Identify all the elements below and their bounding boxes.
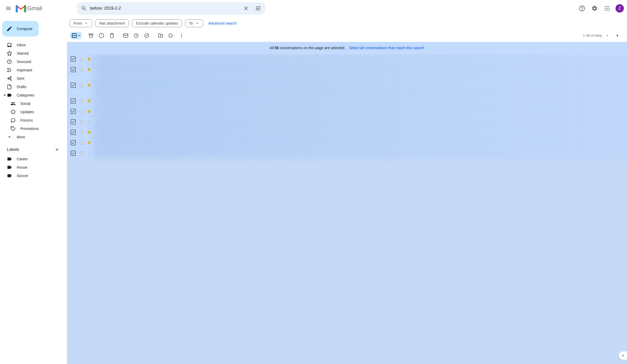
labels-button[interactable] (166, 30, 176, 41)
sidebar-item-inbox[interactable]: Inbox (0, 41, 63, 49)
row-content-blurred (94, 75, 627, 95)
account-avatar[interactable]: Z (615, 4, 624, 13)
tune-icon (255, 5, 261, 12)
apps-button[interactable] (601, 2, 613, 15)
row-star[interactable] (79, 140, 84, 145)
row-star[interactable] (79, 83, 84, 88)
chip-from[interactable]: From (70, 19, 92, 27)
label-icon (7, 93, 12, 98)
row-important[interactable] (87, 120, 92, 124)
svg-point-6 (608, 6, 609, 7)
select-all-control[interactable] (70, 32, 82, 39)
mail-row[interactable] (67, 148, 627, 158)
row-checkbox[interactable] (71, 98, 76, 104)
sidebar-item-starred[interactable]: Starred (0, 49, 63, 58)
svg-point-12 (608, 10, 609, 11)
row-important[interactable] (87, 57, 92, 61)
svg-point-21 (181, 35, 182, 36)
row-checkbox[interactable] (71, 119, 76, 124)
spam-button[interactable] (96, 30, 107, 41)
search-options-button[interactable] (252, 2, 264, 14)
app-header: Gmail Z (0, 0, 627, 17)
add-label-button[interactable] (53, 146, 61, 153)
add-task-button[interactable] (141, 30, 152, 41)
row-checkbox[interactable] (71, 109, 76, 114)
search-input[interactable] (90, 6, 240, 11)
sidebar-item-label: Sent (17, 76, 24, 81)
row-content-blurred (94, 127, 627, 137)
mail-row[interactable] (67, 75, 627, 96)
label-soccer[interactable]: Soccer (0, 172, 63, 180)
svg-point-8 (607, 8, 608, 9)
sidebar-item-important[interactable]: Important (0, 66, 63, 74)
row-checkbox[interactable] (71, 67, 76, 72)
row-star[interactable] (79, 119, 84, 124)
gmail-logo-icon (16, 4, 26, 12)
settings-button[interactable] (588, 2, 601, 15)
row-star[interactable] (79, 56, 84, 62)
sidebar-item-drafts[interactable]: Drafts (0, 83, 63, 91)
mail-row[interactable] (67, 64, 627, 75)
row-important[interactable] (87, 83, 92, 88)
row-important[interactable] (87, 140, 92, 145)
sidebar-item-social[interactable]: Social (0, 99, 63, 108)
more-button[interactable] (176, 30, 187, 41)
select-all-search-link[interactable]: Select all conversations that match this… (349, 46, 424, 50)
sidebar-item-updates[interactable]: Updates (0, 108, 63, 116)
move-to-button[interactable] (155, 30, 166, 41)
snooze-button[interactable] (131, 30, 141, 41)
mail-row[interactable] (67, 138, 627, 148)
label-career[interactable]: Career (0, 155, 63, 163)
page-next-button[interactable] (612, 30, 623, 41)
chevron-down-icon (77, 33, 81, 38)
row-star[interactable] (79, 151, 84, 156)
mail-row[interactable] (67, 96, 627, 106)
row-star[interactable] (79, 98, 84, 104)
row-checkbox[interactable] (71, 130, 76, 135)
row-checkbox[interactable] (71, 56, 76, 62)
chevron-down-icon (84, 21, 88, 25)
search-clear-button[interactable] (240, 2, 252, 14)
advanced-search-link[interactable]: Advanced search (208, 21, 237, 25)
sidebar-item-snoozed[interactable]: Snoozed (0, 58, 63, 66)
delete-button[interactable] (107, 30, 117, 41)
support-button[interactable] (576, 2, 588, 15)
mail-row[interactable] (67, 127, 627, 138)
chip-exclude-calendar[interactable]: Exclude calendar updates (132, 19, 182, 27)
main-menu-button[interactable] (2, 2, 15, 15)
archive-button[interactable] (86, 30, 96, 41)
row-important[interactable] (87, 130, 92, 135)
sidebar-item-forums[interactable]: Forums (0, 116, 63, 124)
row-checkbox[interactable] (71, 151, 76, 156)
clock-icon (7, 59, 12, 64)
row-important[interactable] (87, 67, 92, 72)
chip-to[interactable]: To (185, 19, 203, 27)
search-button[interactable] (78, 2, 90, 14)
mail-row[interactable] (67, 54, 627, 64)
mail-list[interactable] (67, 54, 627, 364)
sidebar-item-more[interactable]: More (0, 133, 63, 141)
sidebar-item-categories[interactable]: Categories (0, 91, 63, 99)
row-star[interactable] (79, 67, 84, 72)
important-icon (7, 67, 12, 73)
pencil-icon (6, 26, 13, 32)
gmail-logo[interactable]: Gmail (15, 4, 77, 12)
chip-has-attachment[interactable]: Has attachment (95, 19, 129, 27)
row-checkbox[interactable] (71, 140, 76, 145)
sidebar-item-promotions[interactable]: Promotions (0, 124, 63, 133)
mail-row[interactable] (67, 117, 627, 127)
mail-row[interactable] (67, 106, 627, 117)
row-important[interactable] (87, 109, 92, 114)
compose-button[interactable]: Compose (2, 21, 39, 37)
mark-unread-button[interactable] (121, 30, 131, 41)
row-important[interactable] (87, 151, 92, 156)
plus-icon (54, 147, 60, 152)
page-prev-button[interactable] (602, 30, 612, 41)
row-star[interactable] (79, 130, 84, 135)
row-star[interactable] (79, 109, 84, 114)
row-important[interactable] (87, 99, 92, 103)
label-house[interactable]: House (0, 163, 63, 172)
side-panel-toggle[interactable] (619, 351, 627, 360)
sidebar-item-sent[interactable]: Sent (0, 74, 63, 83)
row-checkbox[interactable] (71, 83, 76, 88)
